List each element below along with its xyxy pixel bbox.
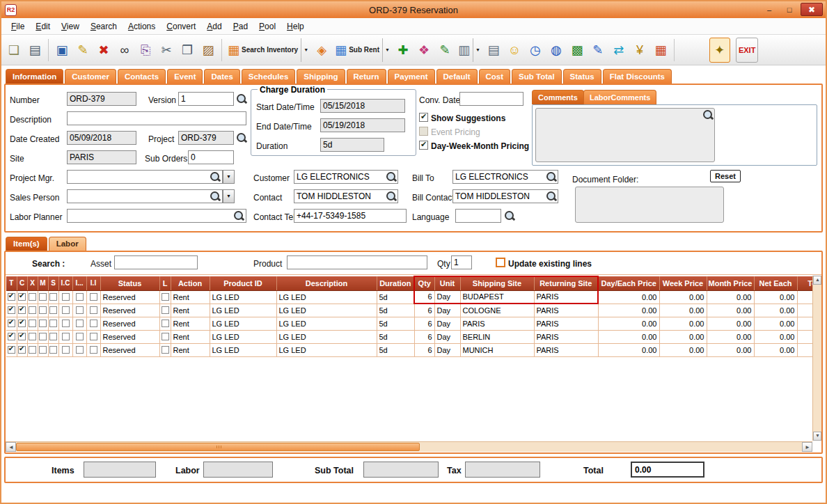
row-checkbox-i[interactable] [76, 293, 84, 301]
cell-t[interactable] [6, 330, 17, 343]
cell-day-each-price[interactable]: 0.00 [598, 330, 659, 343]
tab-shipping[interactable]: Shipping [297, 69, 345, 84]
row-checkbox-t[interactable] [8, 293, 15, 301]
column-header-l[interactable]: L [159, 276, 171, 290]
cell-m[interactable] [38, 317, 48, 330]
column-header-s[interactable]: S [48, 276, 58, 290]
menu-item-actions[interactable]: Actions [123, 19, 161, 33]
project-search-icon[interactable] [236, 132, 247, 143]
tab-status[interactable]: Status [563, 69, 601, 84]
cell-unit[interactable]: Day [434, 290, 460, 304]
bill-contact-input[interactable] [452, 189, 558, 203]
menu-item-pool[interactable]: Pool [253, 19, 281, 33]
tab-labor-comments[interactable]: LaborComments [583, 90, 656, 104]
cell-s[interactable] [48, 343, 58, 356]
column-header-description[interactable]: Description [276, 276, 377, 290]
customer-input[interactable] [294, 170, 398, 184]
cell-day-each-price[interactable]: 0.00 [598, 317, 659, 330]
cell-duration[interactable]: 5d [377, 317, 414, 330]
cell-c[interactable] [17, 317, 27, 330]
row-checkbox-x[interactable] [29, 293, 36, 301]
row-checkbox-c[interactable] [18, 346, 26, 354]
bill-contact-search-icon[interactable] [546, 191, 557, 202]
cell-month-price[interactable]: 0.00 [707, 304, 754, 317]
cell-action[interactable]: Rent [171, 317, 210, 330]
row-checkbox-l[interactable] [162, 320, 169, 327]
row-checkbox-m[interactable] [39, 346, 47, 354]
edit-lines-button[interactable]: ✎ [434, 38, 455, 63]
new-document-button[interactable]: ❏ [3, 38, 24, 63]
cell-l[interactable] [159, 304, 171, 317]
cell-c[interactable] [17, 290, 27, 304]
rubik-button[interactable]: ▦ [650, 38, 671, 63]
cell-month-price[interactable]: 0.00 [707, 290, 754, 304]
cell-c[interactable] [17, 330, 27, 343]
cell-l[interactable] [159, 290, 171, 304]
cell-week-price[interactable]: 0.00 [659, 330, 707, 343]
cell-qty[interactable]: 6 [414, 317, 434, 330]
cell-returning-site[interactable]: PARIS [534, 317, 598, 330]
table-row[interactable]: ReservedRentLG LEDLG LED5d6DayPARISPARIS… [6, 317, 812, 330]
cell-duration[interactable]: 5d [377, 330, 414, 343]
sub-rent-button[interactable]: ▦Sub Rent [332, 38, 393, 63]
cell-i-c[interactable] [58, 304, 72, 317]
column-header-product-id[interactable]: Product ID [210, 276, 276, 290]
row-checkbox-i-c[interactable] [62, 306, 70, 314]
tax-input[interactable] [465, 462, 540, 478]
cell-t[interactable] [6, 317, 17, 330]
row-checkbox-l[interactable] [162, 293, 169, 301]
row-checkbox-i-i[interactable] [90, 346, 97, 354]
row-checkbox-l[interactable] [162, 333, 169, 340]
column-header-duration[interactable]: Duration [377, 276, 414, 290]
tab-return[interactable]: Return [347, 69, 386, 84]
cell-l[interactable] [159, 317, 171, 330]
cell-action[interactable]: Rent [171, 304, 210, 317]
column-header-i[interactable]: I... [72, 276, 86, 290]
cell-day-each-price[interactable]: 0.00 [598, 290, 659, 304]
edit-form-button[interactable]: ✎ [588, 38, 608, 63]
tab-labor[interactable]: Labor [49, 237, 86, 251]
cell-product-id[interactable]: LG LED [210, 343, 276, 356]
title-bar[interactable]: R2 ORD-379 Reservation – □ ✖ [1, 1, 826, 18]
end-date-input[interactable] [320, 118, 405, 132]
cell-net-each[interactable]: 0.00 [754, 317, 797, 330]
bill-to-input[interactable] [452, 170, 558, 184]
cell-i[interactable] [72, 343, 86, 356]
row-checkbox-i-c[interactable] [62, 293, 70, 301]
bill-to-search-icon[interactable] [546, 171, 557, 182]
number-input[interactable] [67, 92, 136, 106]
cell-x[interactable] [27, 304, 38, 317]
update-existing-lines-checkbox[interactable] [496, 258, 505, 267]
cell-day-each-price[interactable]: 0.00 [598, 343, 659, 356]
cell-s[interactable] [48, 317, 58, 330]
start-date-input[interactable] [320, 99, 405, 113]
cell-day-each-price[interactable]: 0.00 [598, 304, 659, 317]
horizontal-scrollbar-thumb[interactable] [16, 443, 420, 451]
labor-total-input[interactable] [203, 462, 273, 478]
cell-net-each[interactable]: 0.00 [754, 304, 797, 317]
cell-description[interactable]: LG LED [276, 330, 377, 343]
copy-button[interactable]: ❐ [177, 38, 198, 63]
cell-unit[interactable]: Day [434, 343, 460, 356]
cell-net-each[interactable]: 0.00 [754, 290, 797, 304]
event-pricing-checkbox[interactable] [419, 127, 428, 136]
row-checkbox-i-c[interactable] [62, 346, 70, 354]
row-checkbox-i-c[interactable] [62, 333, 70, 340]
cell-total[interactable]: 0.00 [797, 290, 812, 304]
find-document-button[interactable]: ⎘ [135, 38, 156, 63]
cell-month-price[interactable]: 0.00 [707, 317, 754, 330]
cell-qty[interactable]: 6 [414, 330, 434, 343]
cell-i-c[interactable] [58, 343, 72, 356]
cell-total[interactable]: 0.00 [797, 330, 812, 343]
row-checkbox-i-i[interactable] [90, 306, 97, 314]
cell-t[interactable] [6, 304, 17, 317]
cell-m[interactable] [38, 343, 48, 356]
contact-input[interactable] [294, 189, 398, 203]
cell-i-i[interactable] [86, 304, 100, 317]
column-header-m[interactable]: M [38, 276, 48, 290]
row-checkbox-t[interactable] [8, 306, 15, 314]
column-header-net-each[interactable]: Net Each [754, 276, 797, 290]
table-row[interactable]: ReservedRentLG LEDLG LED5d6DayBERLINPARI… [6, 330, 812, 343]
print-button[interactable]: ▤ [24, 38, 45, 63]
cell-week-price[interactable]: 0.00 [659, 317, 707, 330]
